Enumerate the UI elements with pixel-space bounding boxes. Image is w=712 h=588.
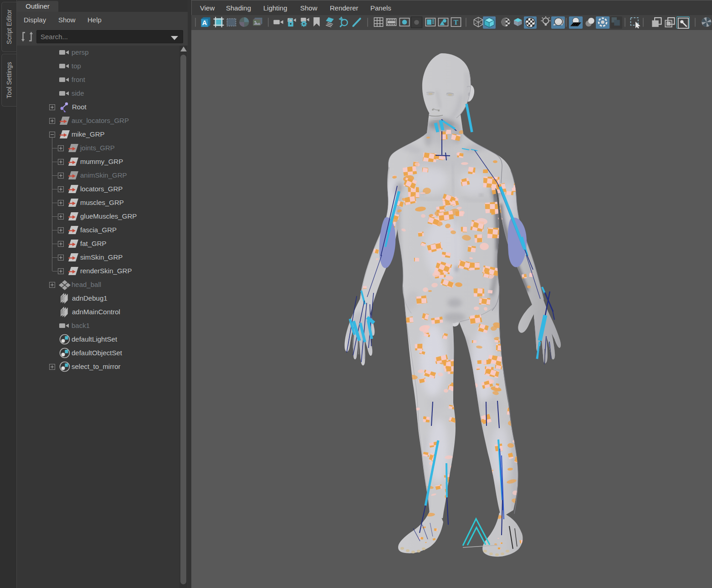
svg-text:A: A <box>202 19 207 26</box>
svg-text:T: T <box>454 18 459 26</box>
